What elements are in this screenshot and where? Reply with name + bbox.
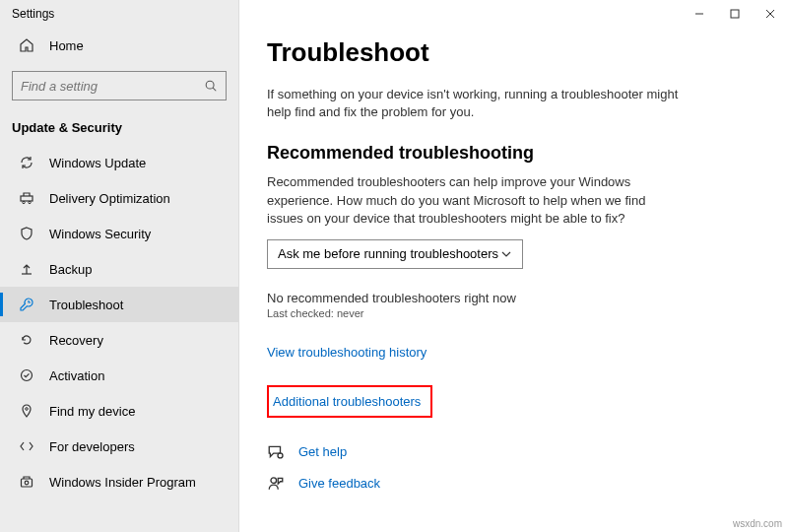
- give-feedback-row: Give feedback: [267, 475, 749, 493]
- svg-point-10: [22, 370, 33, 381]
- svg-rect-6: [21, 196, 33, 201]
- shield-icon: [18, 225, 35, 242]
- search-box[interactable]: [12, 71, 227, 100]
- sidebar-item-label: Troubleshoot: [49, 298, 123, 312]
- dropdown-value: Ask me before running troubleshooters: [278, 246, 498, 261]
- sidebar-item-label: Activation: [49, 368, 104, 383]
- window-controls: [682, 0, 788, 28]
- sidebar-item-label: Windows Security: [49, 227, 151, 241]
- sidebar-item-find-my-device[interactable]: Find my device: [0, 393, 238, 429]
- code-icon: [18, 437, 35, 455]
- sidebar-item-activation[interactable]: Activation: [0, 358, 238, 393]
- window-title: Settings: [0, 7, 54, 21]
- svg-point-13: [25, 481, 29, 485]
- svg-point-11: [26, 408, 29, 411]
- wrench-icon: [18, 296, 35, 313]
- close-button[interactable]: [753, 0, 788, 28]
- section-desc: Recommended troubleshooters can help imp…: [267, 173, 681, 228]
- sidebar-item-label: Windows Update: [49, 156, 146, 170]
- location-icon: [18, 402, 35, 420]
- additional-troubleshooters-link[interactable]: Additional troubleshooters: [267, 385, 432, 418]
- feedback-icon: [267, 475, 289, 493]
- sync-icon: [18, 154, 35, 171]
- last-checked: Last checked: never: [267, 307, 749, 319]
- svg-line-5: [213, 88, 216, 91]
- maximize-button[interactable]: [717, 0, 753, 28]
- home-label: Home: [49, 38, 84, 53]
- page-title: Troubleshoot: [267, 37, 749, 68]
- search-icon: [204, 79, 218, 93]
- sidebar-item-label: Find my device: [49, 404, 135, 419]
- sidebar: Home Update & Security Windows Update De…: [0, 0, 239, 532]
- intro-text: If something on your device isn't workin…: [267, 86, 681, 121]
- get-help-row: Get help: [267, 443, 749, 461]
- get-help-link[interactable]: Get help: [298, 444, 347, 459]
- sidebar-item-troubleshoot[interactable]: Troubleshoot: [0, 287, 238, 322]
- watermark: wsxdn.com: [733, 518, 782, 529]
- insider-icon: [18, 473, 35, 491]
- content-area: Troubleshoot If something on your device…: [239, 0, 788, 532]
- sidebar-item-label: For developers: [49, 439, 135, 454]
- delivery-icon: [18, 189, 35, 207]
- search-input[interactable]: [21, 79, 204, 94]
- sidebar-item-label: Delivery Optimization: [49, 191, 170, 206]
- svg-rect-1: [731, 10, 739, 18]
- give-feedback-link[interactable]: Give feedback: [298, 476, 380, 491]
- troubleshoot-preference-dropdown[interactable]: Ask me before running troubleshooters: [267, 239, 523, 269]
- sidebar-item-for-developers[interactable]: For developers: [0, 429, 238, 464]
- status-text: No recommended troubleshooters right now: [267, 291, 749, 305]
- sidebar-item-label: Recovery: [49, 333, 103, 348]
- svg-point-8: [29, 201, 31, 203]
- chat-icon: [267, 443, 289, 461]
- section-header: Update & Security: [0, 112, 238, 145]
- svg-rect-12: [22, 479, 33, 487]
- section-heading: Recommended troubleshooting: [267, 143, 749, 164]
- home-icon: [18, 36, 35, 54]
- svg-point-15: [271, 478, 277, 484]
- settings-window: Home Update & Security Windows Update De…: [0, 0, 788, 532]
- chevron-down-icon: [500, 248, 512, 260]
- recovery-icon: [18, 331, 35, 349]
- svg-point-4: [206, 81, 214, 89]
- view-history-link[interactable]: View troubleshooting history: [267, 345, 749, 360]
- sidebar-item-backup[interactable]: Backup: [0, 251, 238, 287]
- sidebar-item-label: Windows Insider Program: [49, 475, 196, 490]
- titlebar: Settings: [0, 0, 788, 28]
- sidebar-item-windows-update[interactable]: Windows Update: [0, 145, 238, 180]
- sidebar-item-windows-insider[interactable]: Windows Insider Program: [0, 464, 238, 499]
- home-nav[interactable]: Home: [0, 28, 238, 63]
- minimize-button[interactable]: [682, 0, 717, 28]
- backup-icon: [18, 260, 35, 278]
- sidebar-item-delivery-optimization[interactable]: Delivery Optimization: [0, 180, 238, 216]
- sidebar-item-label: Backup: [49, 262, 92, 277]
- sidebar-item-recovery[interactable]: Recovery: [0, 322, 238, 358]
- svg-point-7: [23, 201, 25, 203]
- sidebar-item-windows-security[interactable]: Windows Security: [0, 216, 238, 251]
- check-circle-icon: [18, 366, 35, 384]
